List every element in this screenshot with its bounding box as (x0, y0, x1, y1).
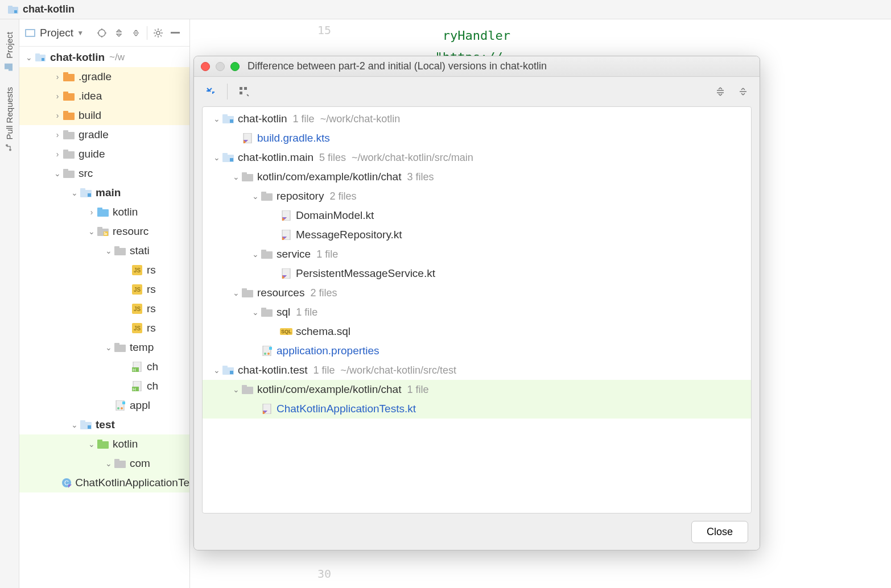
chevron-icon[interactable]: ⌄ (86, 227, 97, 236)
chevron-icon[interactable]: ⌄ (250, 250, 261, 259)
dialog-titlebar[interactable]: Difference between part-2 and initial (L… (194, 56, 760, 77)
tree-item[interactable]: ›.idea (19, 86, 189, 106)
diff-tree-item[interactable]: ⌄service1 file (203, 245, 751, 264)
chevron-icon[interactable]: ⌄ (104, 459, 114, 468)
locate-icon[interactable] (95, 26, 109, 40)
tree-item[interactable]: ›build (19, 106, 189, 125)
project-panel-title[interactable]: Project (40, 27, 73, 39)
tree-item[interactable]: JSrs (19, 318, 189, 338)
tree-item[interactable]: ⌄resourc (19, 222, 189, 241)
chevron-icon[interactable]: › (52, 72, 63, 81)
chevron-icon[interactable]: ⌄ (52, 169, 63, 178)
chevron-down-icon[interactable]: ⌄ (24, 53, 34, 62)
tree-item[interactable]: ›.gradle (19, 67, 189, 86)
diff-tree-item[interactable]: DomainModel.kt (203, 206, 751, 225)
tree-item[interactable]: ⌄main (19, 183, 189, 202)
collapse-all-icon[interactable] (129, 26, 143, 40)
collapse-diff-icon[interactable] (202, 83, 219, 100)
svg-line-22 (160, 30, 162, 31)
zoom-window-icon[interactable] (230, 62, 240, 71)
tree-item[interactable]: ⌄com (19, 454, 189, 473)
folder-orange-icon (63, 91, 75, 101)
group-by-icon[interactable] (236, 83, 253, 100)
chevron-icon[interactable]: › (52, 92, 63, 101)
chevron-icon[interactable]: › (86, 208, 97, 217)
minimize-window-icon[interactable] (216, 62, 225, 71)
tree-item[interactable]: ⌄temp (19, 338, 189, 357)
gear-icon[interactable] (151, 26, 165, 40)
collapse-all-icon[interactable] (735, 83, 752, 100)
tree-item[interactable]: ⌄src (19, 164, 189, 183)
tree-item[interactable]: JSrs (19, 299, 189, 318)
tree-item-label: .gradle (79, 71, 112, 83)
tree-item[interactable]: Hch (19, 376, 189, 396)
folder-grey-icon (114, 458, 126, 469)
chevron-icon[interactable]: ⌄ (104, 246, 114, 255)
diff-tree-item[interactable]: ⌄resources2 files (203, 283, 751, 303)
svg-rect-3 (5, 64, 13, 69)
diff-tree-item[interactable]: PersistentMessageService.kt (203, 264, 751, 283)
diff-item-count: 1 file (407, 384, 428, 396)
chevron-icon[interactable]: ⌄ (231, 172, 241, 181)
chevron-icon[interactable]: ⌄ (250, 192, 261, 201)
chevron-icon[interactable]: ⌄ (104, 343, 114, 352)
diff-tree-item[interactable]: ⌄chat-kotlin.main5 files~/work/chat-kotl… (203, 148, 751, 167)
chevron-icon[interactable]: ⌄ (69, 420, 80, 429)
tree-item[interactable]: ⌄kotlin (19, 434, 189, 454)
chevron-icon[interactable]: ⌄ (212, 114, 222, 123)
tree-item-label: stati (130, 245, 150, 257)
diff-tree-item[interactable]: ⌄chat-kotlin1 file~/work/chat-kotlin (203, 109, 751, 129)
diff-tree-item[interactable]: application.properties (203, 341, 751, 361)
tree-root[interactable]: ⌄ chat-kotlin ~/w (19, 48, 189, 67)
diff-tree-item[interactable]: ⌄kotlin/com/example/kotlin/chat3 files (203, 167, 751, 187)
tree-item[interactable]: JSrs (19, 280, 189, 299)
project-icon (8, 6, 18, 14)
kt-icon (280, 210, 292, 221)
chevron-icon[interactable]: ⌄ (250, 308, 261, 317)
chevron-icon[interactable]: ⌄ (212, 366, 222, 375)
tree-item[interactable]: ›guide (19, 144, 189, 164)
chevron-icon[interactable]: › (52, 130, 63, 139)
svg-rect-61 (114, 343, 119, 346)
tree-item[interactable]: JSrs (19, 260, 189, 280)
svg-rect-83 (244, 87, 247, 90)
diff-tree-item[interactable]: ⌄sql1 file (203, 303, 751, 322)
diff-tree-item[interactable]: ChatKotlinApplicationTests.kt (203, 399, 751, 419)
tree-item[interactable]: Hch (19, 357, 189, 376)
module-icon (222, 152, 234, 163)
diff-tree-item[interactable]: ⌄chat-kotlin.test1 file~/work/chat-kotli… (203, 361, 751, 380)
chevron-icon[interactable]: ⌄ (86, 440, 97, 449)
project-tree[interactable]: ⌄ chat-kotlin ~/w ›.gradle›.idea›build›g… (19, 47, 189, 588)
sql-icon: SQL (280, 326, 292, 337)
tree-item[interactable]: appl (19, 396, 189, 415)
tree-item[interactable]: CChatKotlinApplicationTe (19, 473, 189, 492)
diff-tree-item[interactable]: MessageRepository.kt (203, 225, 751, 245)
tree-item[interactable]: ⌄test (19, 415, 189, 434)
chevron-icon[interactable]: ⌄ (231, 385, 241, 394)
diff-tree-item[interactable]: ⌄repository2 files (203, 187, 751, 206)
chevron-icon[interactable]: ⌄ (69, 188, 80, 197)
diff-tree-item[interactable]: ⌄kotlin/com/example/kotlin/chat1 file (203, 380, 751, 399)
expand-all-icon[interactable] (712, 83, 729, 100)
diff-tree-item[interactable]: SQLschema.sql (203, 322, 751, 341)
tree-item[interactable]: ›gradle (19, 125, 189, 144)
tree-root-label: chat-kotlin (50, 51, 105, 64)
dropdown-icon[interactable]: ▼ (77, 29, 84, 37)
chevron-icon[interactable]: › (52, 150, 63, 159)
diff-tree[interactable]: ⌄chat-kotlin1 file~/work/chat-kotlinbuil… (202, 106, 752, 514)
svg-rect-73 (80, 420, 85, 423)
tree-item[interactable]: ›kotlin (19, 202, 189, 222)
gutter-pull-requests[interactable]: Pull Requests (5, 87, 14, 152)
tree-item[interactable]: ⌄stati (19, 241, 189, 260)
gutter-project[interactable]: Project (5, 32, 14, 71)
separator (227, 84, 228, 100)
chevron-icon[interactable]: ⌄ (231, 288, 241, 297)
close-window-icon[interactable] (201, 62, 210, 71)
breadcrumb-project[interactable]: chat-kotlin (23, 3, 75, 15)
hide-icon[interactable] (168, 26, 182, 40)
chevron-icon[interactable]: › (52, 111, 63, 120)
diff-tree-item[interactable]: build.gradle.kts (203, 129, 751, 148)
expand-all-icon[interactable] (112, 26, 126, 40)
close-button[interactable]: Close (691, 521, 748, 543)
chevron-icon[interactable]: ⌄ (212, 153, 222, 162)
